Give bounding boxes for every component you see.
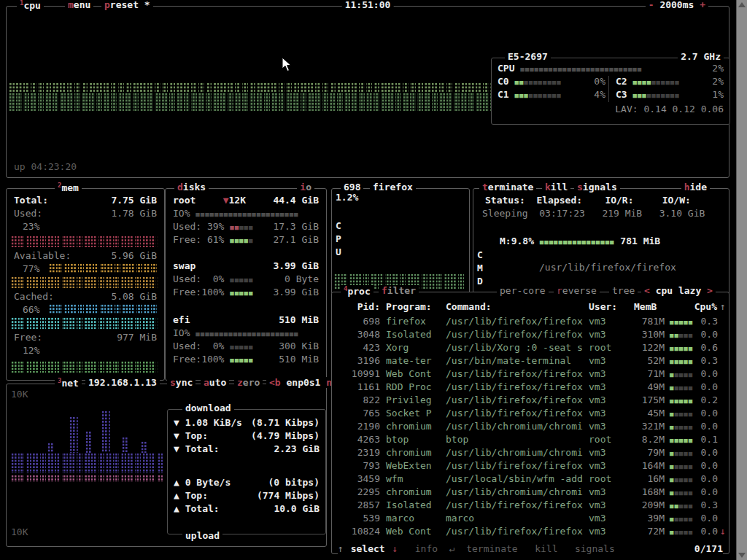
tab-disks[interactable]: disks [174, 182, 209, 192]
proc-row[interactable]: 793 WebExten /usr/lib/firefox/firefox vm… [333, 460, 728, 473]
menu-button[interactable]: menu [65, 0, 93, 10]
proc-user: vm3 [589, 526, 605, 537]
proc-row[interactable]: 698 firefox /usr/lib/firefox/firefox vm3… [333, 316, 728, 329]
proc-cpu: 0.0 [676, 329, 718, 340]
disks-box: disks io root ▼12K 44.4 GiB IO% ■■■■■■■■… [165, 188, 327, 381]
detail-hide-button[interactable]: hide [681, 182, 710, 192]
mem-cached-value: 5.08 GiB [111, 291, 157, 302]
preset-button[interactable]: preset * [101, 0, 153, 10]
proc-footer: ↑ select ↓ info ↵ terminate kill signals… [338, 543, 723, 555]
proc-sort-next-button[interactable]: > [707, 285, 713, 296]
info-button[interactable]: info [415, 543, 438, 554]
proc-row[interactable]: 423 Xorg /usr/lib/Xorg :0 -seat s root 1… [333, 342, 728, 355]
proc-row[interactable]: 822 Privileg /usr/lib/firefox/firefox vm… [333, 394, 728, 408]
mem-used-graph [11, 236, 158, 247]
mem-available-graph [11, 276, 158, 288]
disk-swap-used-value: 0 Byte [285, 273, 319, 285]
interval-increase-button[interactable]: + [700, 0, 705, 10]
proc-row[interactable]: 3196 mate-ter /usr/bin/mate-terminal vm3… [333, 355, 728, 368]
proc-cpu: 0.0 [676, 447, 718, 458]
col-command[interactable]: Command: [446, 301, 492, 312]
detail-cpu-pct: 1.2% [336, 192, 358, 203]
proc-row[interactable]: 3459 wfm /usr/local/sbin/wfm -add root 1… [333, 473, 728, 486]
tab-mem[interactable]: 2mem [55, 182, 82, 193]
core-pct: 1% [712, 89, 724, 100]
terminal-scrollbar[interactable] [736, 0, 747, 560]
disk-swap-used-label: Used: [173, 273, 201, 284]
net-auto-button[interactable]: auto [201, 377, 229, 388]
proc-user: root [589, 473, 611, 484]
proc-mem: 164M [624, 460, 665, 471]
disk-efi-used-value: 300 KiB [279, 341, 319, 352]
net-scale-top: 10K [11, 389, 28, 400]
proc-row[interactable]: 3048 Isolated /usr/lib/firefox/firefox v… [333, 329, 728, 342]
proc-row[interactable]: 2857 Isolated /usr/lib/firefox/firefox v… [333, 499, 728, 513]
proc-command: /usr/lib/firefox/firefox [446, 316, 583, 327]
proc-reverse-toggle[interactable]: reverse [554, 285, 600, 296]
select-up-icon[interactable]: ↑ [338, 543, 344, 554]
tab-proc[interactable]: 4proc [341, 285, 374, 297]
scrollbar-up-arrow[interactable] [738, 2, 746, 7]
footer-terminate-button[interactable]: terminate [466, 543, 517, 554]
proc-row[interactable]: 10824 Web Cont /usr/lib/firefox/firefox … [333, 526, 728, 539]
col-cpu[interactable]: Cpu% [675, 301, 717, 312]
col-mem[interactable]: MemB [634, 301, 657, 312]
download-top-value: (4.79 Mibps) [251, 430, 320, 441]
proc-mem: 310M [624, 329, 665, 340]
download-speed-bits: (8.71 Kibps) [251, 417, 320, 428]
proc-sort-prev-button[interactable]: < [644, 285, 650, 296]
mem-available-pct: 77% [23, 263, 39, 274]
col-user[interactable]: User: [589, 301, 617, 312]
proc-pid: 10991 [339, 368, 380, 379]
proc-cpu: 0.3 [676, 355, 718, 366]
proc-mem: 72M [624, 526, 665, 537]
proc-row[interactable]: 2295 chromium /usr/lib/chromium/chromi v… [333, 486, 728, 499]
col-pid[interactable]: Pid: [339, 301, 380, 312]
select-down-icon[interactable]: ↓ [392, 543, 398, 554]
detail-terminate-button[interactable]: terminate [479, 182, 536, 192]
proc-row[interactable]: 4263 btop btop root 8.2M ■■■■■ 0.1 [333, 434, 728, 447]
upload-section-title: upload [182, 530, 222, 541]
col-program[interactable]: Program: [386, 301, 432, 312]
proc-user: vm3 [589, 408, 605, 419]
proc-user: vm3 [589, 460, 605, 471]
proc-program: marco [386, 513, 414, 524]
interval-decrease-button[interactable]: - [649, 0, 654, 10]
disk-root-free-meter-on: ■■■■ [230, 237, 249, 244]
tab-net[interactable]: 3net [55, 377, 82, 389]
proc-row[interactable]: 1161 RDD Proc /usr/lib/firefox/firefox v… [333, 381, 728, 394]
proc-row[interactable]: 2190 chromium /usr/lib/chromium/chromi v… [333, 421, 728, 434]
proc-row[interactable]: 10991 Web Cont /usr/lib/firefox/firefox … [333, 368, 728, 381]
footer-kill-button[interactable]: kill [535, 543, 557, 554]
detail-cmd-value: /usr/lib/firefox/firefox [539, 262, 676, 273]
mem-used-label: Used: [14, 208, 42, 219]
proc-per-core-toggle[interactable]: per-core [497, 285, 549, 296]
proc-pid: 3196 [339, 355, 380, 366]
proc-row[interactable]: 539 marco marco vm3 39M ■■■■■ 0.0 [333, 513, 728, 526]
proc-user: vm3 [589, 513, 605, 524]
proc-program: Socket P [386, 408, 432, 419]
footer-signals-button[interactable]: signals [575, 543, 615, 554]
core-meter-on: ■■ [514, 79, 524, 86]
proc-row[interactable]: 2319 chromium /usr/lib/chromium/chromi v… [333, 447, 728, 460]
net-prev-interface-button[interactable]: <b [269, 377, 281, 388]
scrollbar-down-arrow[interactable] [738, 553, 746, 558]
tab-cpu[interactable]: 1cpu [17, 0, 44, 11]
disks-io-toggle[interactable]: io [297, 182, 314, 192]
proc-cpu: 0.0 [676, 421, 718, 432]
disk-root-free-pct: 61% [207, 234, 224, 245]
cpu-core-row: C2 ■■■■■■■■■■ 2% [616, 76, 724, 88]
net-sync-button[interactable]: sync [167, 377, 196, 388]
scroll-up-icon[interactable]: ↑ [720, 301, 726, 312]
proc-mem: 175M [624, 394, 665, 405]
proc-filter-button[interactable]: filter [379, 285, 419, 296]
upload-arrow-icon: ▲ [174, 490, 179, 501]
net-zero-button[interactable]: zero [234, 377, 263, 388]
proc-command: /usr/lib/firefox/firefox [446, 460, 583, 471]
detail-kill-button[interactable]: kill [542, 182, 570, 192]
scroll-down-icon[interactable]: ↓ [720, 526, 726, 537]
proc-tree-toggle[interactable]: tree [609, 285, 638, 296]
proc-program: btop [386, 434, 409, 445]
proc-row[interactable]: 765 Socket P /usr/lib/firefox/firefox vm… [333, 408, 728, 421]
detail-signals-button[interactable]: signals [574, 182, 620, 192]
